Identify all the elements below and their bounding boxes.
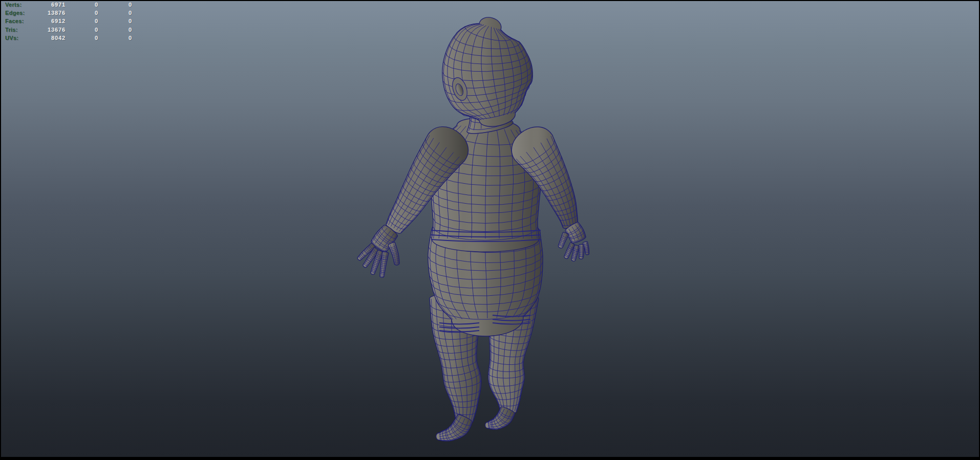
model-part-right-foot [485, 407, 515, 429]
hud-value-component: 0 [98, 17, 132, 25]
hud-row-edges: Edges:1387600 [5, 9, 132, 17]
hud-label: Faces: [5, 17, 32, 25]
hud-value-total: 13876 [32, 9, 66, 17]
hud-value-selected: 0 [66, 9, 98, 17]
hud-value-selected: 0 [66, 17, 98, 25]
hud-value-selected: 0 [66, 34, 98, 42]
model-part-right-finger-ring [579, 245, 584, 259]
hud-value-selected: 0 [66, 26, 98, 34]
hud-label: UVs: [5, 34, 32, 42]
hud-value-selected: 0 [66, 1, 98, 9]
hud-value-component: 0 [98, 9, 132, 17]
model-part-left-foot [436, 414, 473, 441]
3d-viewport[interactable] [1, 1, 979, 457]
model-part-right-thumb [559, 232, 569, 248]
hud-row-tris: Tris:1367600 [5, 26, 132, 34]
hud-row-faces: Faces:691200 [5, 17, 132, 25]
model-part-left-thumb [388, 243, 399, 265]
hud-label: Edges: [5, 9, 32, 17]
hud-value-total: 8042 [32, 34, 66, 42]
poly-count-hud: Verts:697100 Edges:1387600 Faces:691200 … [5, 1, 132, 42]
hud-value-total: 6971 [32, 1, 66, 9]
viewport-frame: Verts:697100 Edges:1387600 Faces:691200 … [0, 0, 980, 460]
hud-value-total: 6912 [32, 17, 66, 25]
hud-value-total: 13676 [32, 26, 66, 34]
hud-row-uvs: UVs:804200 [5, 34, 132, 42]
hud-row-verts: Verts:697100 [5, 1, 132, 9]
model-canvas [1, 1, 979, 457]
hud-value-component: 0 [98, 1, 132, 9]
hud-label: Tris: [5, 26, 32, 34]
character-model[interactable] [357, 17, 589, 441]
hud-label: Verts: [5, 1, 32, 9]
hud-value-component: 0 [98, 26, 132, 34]
model-part-head [442, 17, 532, 126]
hud-value-component: 0 [98, 34, 132, 42]
